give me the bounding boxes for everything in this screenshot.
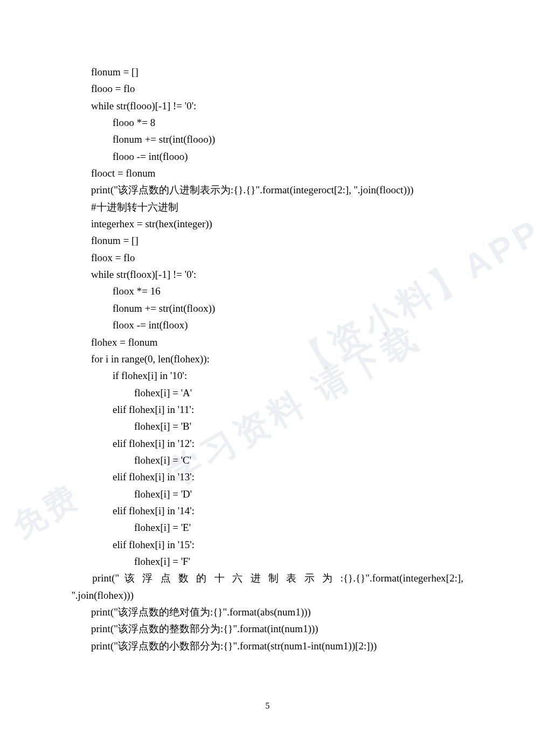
code-line: integerhex = str(hex(integer)): [72, 215, 463, 232]
code-line: flohex[i] = 'A': [72, 384, 463, 401]
code-line: print("该浮点数的绝对值为:{}".format(abs(num1))): [72, 604, 463, 620]
code-line: elif flohex[i] in '11':: [72, 401, 463, 418]
code-line: print(" 该 浮 点 数 的 十 六 进 制 表 示 为 :{}.{}".…: [72, 570, 463, 586]
code-line: flonum = []: [72, 232, 463, 249]
code-line: floox = flo: [72, 249, 463, 266]
code-line: while str(flooo)[-1] != '0':: [72, 97, 463, 114]
code-line: flonum += str(int(flooo)): [72, 131, 463, 148]
code-line: flonum = []: [72, 64, 463, 80]
code-line: elif flohex[i] in '13':: [72, 468, 463, 485]
code-line: #十进制转十六进制: [72, 199, 463, 215]
code-block: flonum = []flooo = flowhile str(flooo)[-…: [72, 64, 463, 654]
code-line: flohex[i] = 'C': [72, 452, 463, 468]
code-line: flohex[i] = 'D': [72, 486, 463, 502]
code-line: flonum += str(int(floox)): [72, 300, 463, 317]
code-line: elif flohex[i] in '12':: [72, 435, 463, 452]
code-line: flooo -= int(flooo): [72, 148, 463, 165]
code-line: flooo = flo: [72, 80, 463, 97]
code-line: while str(floox)[-1] != '0':: [72, 266, 463, 283]
code-line: elif flohex[i] in '15':: [72, 536, 463, 553]
code-line: floox -= int(floox): [72, 317, 463, 333]
code-line: elif flohex[i] in '14':: [72, 502, 463, 519]
document-page: 【资小料】APP 学习资料 请下载 免费 flonum = []flooo = …: [0, 0, 535, 756]
code-line: for i in range(0, len(flohex)):: [72, 351, 463, 367]
code-line: flohex[i] = 'F': [72, 553, 463, 570]
code-line: flooct = flonum: [72, 165, 463, 181]
code-line: floox *= 16: [72, 283, 463, 299]
code-line: flooo *= 8: [72, 114, 463, 131]
code-line: if flohex[i] in '10':: [72, 367, 463, 384]
code-line: print("该浮点数的八进制表示为:{}.{}".format(integer…: [72, 181, 463, 198]
code-line: print("该浮点数的小数部分为:{}".format(str(num1-in…: [72, 638, 463, 654]
code-line: flohex = flonum: [72, 334, 463, 351]
code-line: print("该浮点数的整数部分为:{}".format(int(num1))): [72, 620, 463, 637]
code-line: flohex[i] = 'B': [72, 418, 463, 435]
code-line: flohex[i] = 'E': [72, 519, 463, 536]
page-number: 5: [0, 699, 535, 713]
code-line: ''.join(flohex))): [72, 587, 463, 604]
